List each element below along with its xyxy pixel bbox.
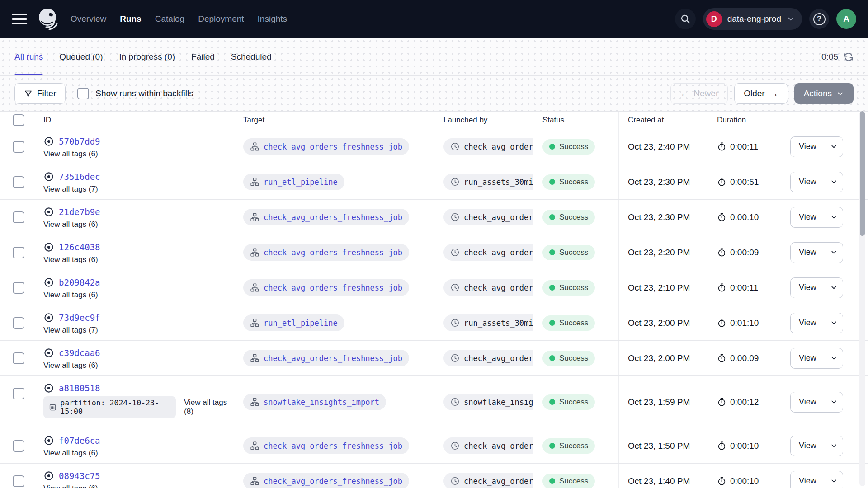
nav-item-overview[interactable]: Overview [71,14,106,24]
user-avatar[interactable]: A [836,9,856,29]
run-id-link[interactable]: 21de7b9e [59,207,100,217]
view-dropdown-toggle[interactable] [825,392,843,412]
tab-all-runs[interactable]: All runs [14,38,43,75]
target-job-pill[interactable]: check_avg_orders_freshness_job [243,437,409,454]
row-checkbox[interactable] [13,475,24,487]
launched-by-pill[interactable]: check_avg_order… [443,279,533,296]
tab-failed[interactable]: Failed [191,38,215,75]
run-id-link[interactable]: 73d9ec9f [59,313,100,323]
row-checkbox[interactable] [13,317,24,329]
run-id-link[interactable]: a8180518 [59,383,100,393]
view-all-tags-link[interactable]: View all tags (7) [43,326,98,335]
view-dropdown-toggle[interactable] [825,207,843,227]
launched-by-pill[interactable]: check_avg_order… [443,244,533,261]
launched-by-pill[interactable]: check_avg_order… [443,138,533,155]
view-dropdown-toggle[interactable] [825,172,843,192]
run-id-link[interactable]: 08943c75 [59,471,100,481]
launched-by-pill[interactable]: run_assets_30min [443,174,533,190]
view-button[interactable]: View [791,278,825,298]
nav-item-insights[interactable]: Insights [258,14,287,24]
view-all-tags-link[interactable]: View all tags (7) [43,185,98,194]
scrollbar-thumb[interactable] [860,111,865,236]
target-job-pill[interactable]: check_avg_orders_freshness_job [243,350,409,366]
run-id-link[interactable]: f07de6ca [59,436,100,446]
view-dropdown-toggle[interactable] [825,471,843,488]
launched-by-pill[interactable]: run_assets_30min [443,314,533,331]
view-all-tags-link[interactable]: View all tags (6) [43,291,98,300]
view-all-tags-link[interactable]: View all tags (6) [43,361,98,370]
view-dropdown-toggle[interactable] [825,348,843,368]
run-id-link[interactable]: 73516dec [59,172,100,182]
row-checkbox[interactable] [13,440,24,452]
nav-item-runs[interactable]: Runs [120,14,142,24]
dagster-logo-icon[interactable] [37,7,59,31]
vertical-scrollbar[interactable] [859,111,865,486]
launched-by-pill[interactable]: check_avg_order… [443,350,533,366]
view-button[interactable]: View [791,313,825,333]
view-all-tags-link[interactable]: View all tags (6) [43,220,98,229]
view-button[interactable]: View [791,436,825,456]
view-dropdown-toggle[interactable] [825,436,843,456]
nav-item-catalog[interactable]: Catalog [155,14,185,24]
actions-button[interactable]: Actions [794,83,854,104]
filter-button[interactable]: Filter [14,83,66,104]
grid-icon [49,403,57,412]
run-id-link[interactable]: b209842a [59,277,100,287]
row-checkbox[interactable] [13,247,24,258]
run-id-link[interactable]: 126c4038 [59,242,100,252]
target-job-pill[interactable]: run_etl_pipeline [243,314,344,331]
target-job-pill[interactable]: check_avg_orders_freshness_job [243,138,409,155]
target-job-label: check_avg_orders_freshness_job [264,142,402,151]
view-dropdown-toggle[interactable] [825,313,843,333]
newer-button[interactable]: ← Newer [670,83,728,104]
view-button[interactable]: View [791,392,825,412]
target-job-pill[interactable]: check_avg_orders_freshness_job [243,209,409,225]
backfills-checkbox[interactable] [77,88,89,99]
view-dropdown-toggle[interactable] [825,137,843,157]
launched-by-pill[interactable]: check_avg_order… [443,209,533,225]
target-job-pill[interactable]: check_avg_orders_freshness_job [243,473,409,488]
view-button[interactable]: View [791,471,825,488]
view-split-button: View [790,207,843,228]
view-dropdown-toggle[interactable] [825,278,843,298]
view-button[interactable]: View [791,348,825,368]
view-button[interactable]: View [791,207,825,227]
launched-by-pill[interactable]: check_avg_order… [443,473,533,488]
row-checkbox[interactable] [13,141,24,153]
partition-tag[interactable]: partition: 2024-10-23-15:00 [43,396,176,418]
hamburger-menu-icon[interactable] [12,14,27,24]
refresh-icon[interactable] [844,52,854,62]
target-job-pill[interactable]: check_avg_orders_freshness_job [243,244,409,261]
search-button[interactable] [675,9,696,29]
view-all-tags-link[interactable]: View all tags (6) [43,150,98,159]
row-checkbox[interactable] [13,211,24,223]
deployment-switcher[interactable]: D data-eng-prod [703,8,802,30]
target-job-pill[interactable]: snowflake_insights_import [243,394,386,410]
view-button[interactable]: View [791,243,825,263]
row-checkbox[interactable] [13,176,24,188]
run-id-link[interactable]: c39dcaa6 [59,348,100,358]
view-all-tags-link[interactable]: View all tags (8) [184,398,234,416]
view-button[interactable]: View [791,137,825,157]
tab-queued[interactable]: Queued (0) [59,38,103,75]
older-button[interactable]: Older → [734,83,788,104]
view-all-tags-link[interactable]: View all tags (6) [43,484,98,488]
launched-by-pill[interactable]: check_avg_order… [443,437,533,454]
row-checkbox[interactable] [13,388,24,399]
target-job-pill[interactable]: run_etl_pipeline [243,174,344,190]
run-id-link[interactable]: 570b7dd9 [59,136,100,146]
view-button[interactable]: View [791,172,825,192]
target-job-label: check_avg_orders_freshness_job [264,248,402,257]
view-dropdown-toggle[interactable] [825,243,843,263]
view-all-tags-link[interactable]: View all tags (6) [43,449,98,458]
row-checkbox[interactable] [13,282,24,294]
view-all-tags-link[interactable]: View all tags (6) [43,255,98,264]
select-all-checkbox[interactable] [13,114,24,126]
row-checkbox[interactable] [13,352,24,364]
launched-by-pill[interactable]: snowflake_insight… [443,394,533,410]
tab-scheduled[interactable]: Scheduled [231,38,272,75]
target-job-pill[interactable]: check_avg_orders_freshness_job [243,279,409,296]
nav-item-deployment[interactable]: Deployment [198,14,244,24]
help-button[interactable]: ? [809,9,829,29]
tab-in-progress[interactable]: In progress (0) [119,38,175,75]
